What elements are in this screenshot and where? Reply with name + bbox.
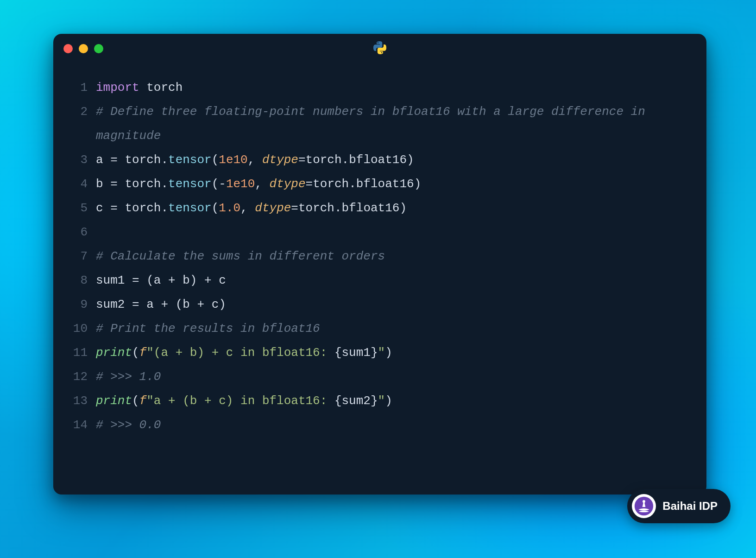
code-line: 10# Print the results in bfloat16 bbox=[67, 317, 693, 341]
traffic-lights bbox=[63, 44, 103, 53]
code-line: 1import torch bbox=[67, 76, 693, 100]
code-line: 14# >>> 0.0 bbox=[67, 413, 693, 437]
watermark-badge: Baihai IDP bbox=[627, 489, 731, 523]
code-content: # >>> 0.0 bbox=[96, 413, 693, 437]
code-line: 12# >>> 1.0 bbox=[67, 365, 693, 389]
line-number: 11 bbox=[67, 341, 96, 365]
code-content: print(f"(a + b) + c in bfloat16: {sum1}"… bbox=[96, 341, 693, 365]
line-number: 12 bbox=[67, 365, 96, 389]
code-line: 4b = torch.tensor(-1e10, dtype=torch.bfl… bbox=[67, 172, 693, 196]
code-line: 5c = torch.tensor(1.0, dtype=torch.bfloa… bbox=[67, 196, 693, 220]
code-line: 8sum1 = (a + b) + c bbox=[67, 268, 693, 292]
code-line: 3a = torch.tensor(1e10, dtype=torch.bflo… bbox=[67, 148, 693, 172]
line-number: 14 bbox=[67, 413, 96, 437]
line-number: 8 bbox=[67, 268, 96, 292]
code-line: 7# Calculate the sums in different order… bbox=[67, 244, 693, 268]
code-line: 11print(f"(a + b) + c in bfloat16: {sum1… bbox=[67, 341, 693, 365]
line-number: 1 bbox=[67, 76, 96, 100]
watermark-logo-icon bbox=[632, 494, 656, 518]
line-number: 13 bbox=[67, 389, 96, 413]
background: 1import torch2# Define three floating-po… bbox=[0, 0, 756, 558]
code-content: sum2 = a + (b + c) bbox=[96, 292, 693, 317]
window-minimize-dot[interactable] bbox=[79, 44, 88, 53]
code-content: # >>> 1.0 bbox=[96, 365, 693, 389]
code-content: sum1 = (a + b) + c bbox=[96, 268, 693, 292]
svg-point-1 bbox=[643, 500, 645, 503]
editor-window: 1import torch2# Define three floating-po… bbox=[53, 34, 706, 495]
line-number: 7 bbox=[67, 244, 96, 268]
line-number: 10 bbox=[67, 317, 96, 341]
code-content: b = torch.tensor(-1e10, dtype=torch.bflo… bbox=[96, 172, 693, 196]
line-number: 9 bbox=[67, 292, 96, 317]
code-content: c = torch.tensor(1.0, dtype=torch.bfloat… bbox=[96, 196, 693, 220]
code-content: # Calculate the sums in different orders bbox=[96, 244, 693, 268]
code-content: a = torch.tensor(1e10, dtype=torch.bfloa… bbox=[96, 148, 693, 172]
window-close-dot[interactable] bbox=[63, 44, 73, 53]
code-line: 2# Define three floating-point numbers i… bbox=[67, 100, 693, 148]
code-content: # Define three floating-point numbers in… bbox=[96, 100, 693, 148]
watermark-label: Baihai IDP bbox=[662, 500, 718, 513]
line-number: 4 bbox=[67, 172, 96, 196]
window-maximize-dot[interactable] bbox=[94, 44, 103, 53]
line-number: 2 bbox=[67, 100, 96, 124]
line-number: 6 bbox=[67, 220, 96, 244]
titlebar bbox=[53, 34, 706, 63]
code-line: 9sum2 = a + (b + c) bbox=[67, 292, 693, 317]
code-area[interactable]: 1import torch2# Define three floating-po… bbox=[53, 63, 706, 495]
code-line: 6 bbox=[67, 220, 693, 244]
line-number: 5 bbox=[67, 196, 96, 220]
code-line: 13print(f"a + (b + c) in bfloat16: {sum2… bbox=[67, 389, 693, 413]
line-number: 3 bbox=[67, 148, 96, 172]
python-icon bbox=[373, 41, 386, 54]
code-content: import torch bbox=[96, 76, 693, 100]
code-content: # Print the results in bfloat16 bbox=[96, 317, 693, 341]
code-content: print(f"a + (b + c) in bfloat16: {sum2}"… bbox=[96, 389, 693, 413]
